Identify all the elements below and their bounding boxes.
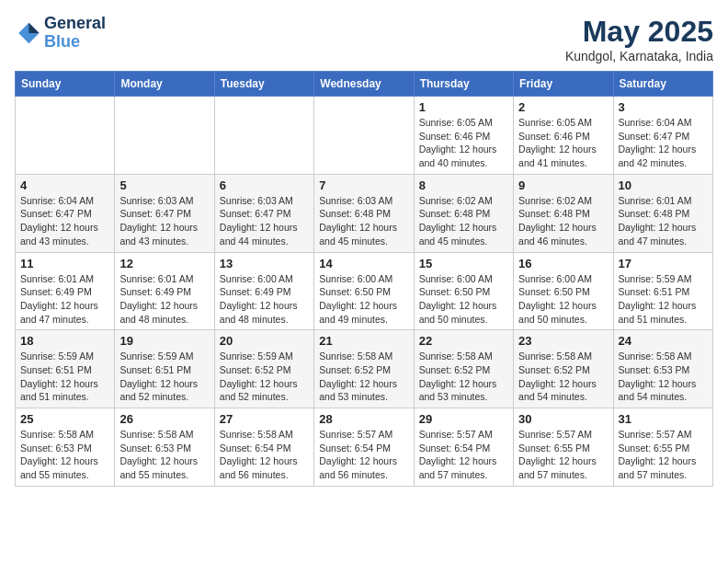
day-info: Sunrise: 5:58 AMSunset: 6:53 PMDaylight:… <box>20 428 109 482</box>
calendar-cell: 19Sunrise: 5:59 AMSunset: 6:51 PMDayligh… <box>115 330 214 408</box>
week-row-2: 4Sunrise: 6:04 AMSunset: 6:47 PMDaylight… <box>16 174 713 252</box>
day-info: Sunrise: 6:05 AMSunset: 6:46 PMDaylight:… <box>518 116 608 170</box>
month-year: May 2025 <box>565 15 713 49</box>
calendar-cell: 21Sunrise: 5:58 AMSunset: 6:52 PMDayligh… <box>314 330 414 408</box>
calendar-cell: 6Sunrise: 6:03 AMSunset: 6:47 PMDaylight… <box>214 174 313 252</box>
calendar-cell: 10Sunrise: 6:01 AMSunset: 6:48 PMDayligh… <box>613 174 712 252</box>
day-info: Sunrise: 6:00 AMSunset: 6:49 PMDaylight:… <box>220 272 309 327</box>
day-info: Sunrise: 6:01 AMSunset: 6:49 PMDaylight:… <box>20 272 109 327</box>
calendar-cell: 12Sunrise: 6:01 AMSunset: 6:49 PMDayligh… <box>115 252 214 330</box>
header-cell-saturday: Saturday <box>613 72 712 97</box>
day-info: Sunrise: 5:58 AMSunset: 6:52 PMDaylight:… <box>319 350 408 404</box>
day-info: Sunrise: 5:59 AMSunset: 6:51 PMDaylight:… <box>119 350 209 404</box>
day-info: Sunrise: 6:01 AMSunset: 6:49 PMDaylight:… <box>119 272 209 327</box>
calendar-cell <box>115 97 214 175</box>
title-area: May 2025 Kundgol, Karnataka, India <box>565 15 713 63</box>
header-row: SundayMondayTuesdayWednesdayThursdayFrid… <box>16 72 713 97</box>
calendar-cell <box>16 97 115 175</box>
day-info: Sunrise: 5:58 AMSunset: 6:54 PMDaylight:… <box>220 428 309 482</box>
day-info: Sunrise: 6:03 AMSunset: 6:48 PMDaylight:… <box>319 194 408 248</box>
day-info: Sunrise: 6:01 AMSunset: 6:48 PMDaylight:… <box>619 194 708 248</box>
day-info: Sunrise: 5:58 AMSunset: 6:53 PMDaylight:… <box>119 428 209 482</box>
day-number: 1 <box>419 100 508 114</box>
logo-icon <box>15 20 40 46</box>
day-info: Sunrise: 6:03 AMSunset: 6:47 PMDaylight:… <box>119 194 209 248</box>
day-number: 16 <box>518 257 608 270</box>
day-info: Sunrise: 5:57 AMSunset: 6:54 PMDaylight:… <box>319 428 408 482</box>
svg-marker-1 <box>28 23 39 33</box>
day-info: Sunrise: 6:04 AMSunset: 6:47 PMDaylight:… <box>20 194 109 248</box>
week-row-1: 1Sunrise: 6:05 AMSunset: 6:46 PMDaylight… <box>16 97 713 175</box>
calendar-cell: 5Sunrise: 6:03 AMSunset: 6:47 PMDaylight… <box>115 174 214 252</box>
calendar-cell: 8Sunrise: 6:02 AMSunset: 6:48 PMDaylight… <box>414 174 513 252</box>
calendar-cell: 24Sunrise: 5:58 AMSunset: 6:53 PMDayligh… <box>613 330 712 408</box>
page-header: General Blue May 2025 Kundgol, Karnataka… <box>15 15 713 63</box>
week-row-4: 18Sunrise: 5:59 AMSunset: 6:51 PMDayligh… <box>16 330 713 408</box>
day-info: Sunrise: 5:57 AMSunset: 6:55 PMDaylight:… <box>518 428 608 482</box>
day-info: Sunrise: 5:59 AMSunset: 6:51 PMDaylight:… <box>20 350 109 404</box>
day-number: 14 <box>319 257 408 270</box>
day-number: 28 <box>319 412 408 426</box>
calendar-cell: 26Sunrise: 5:58 AMSunset: 6:53 PMDayligh… <box>115 408 214 487</box>
day-number: 29 <box>419 412 508 426</box>
day-number: 24 <box>619 334 708 348</box>
calendar-cell: 16Sunrise: 6:00 AMSunset: 6:50 PMDayligh… <box>514 252 613 330</box>
calendar-table: SundayMondayTuesdayWednesdayThursdayFrid… <box>15 71 713 487</box>
calendar-cell: 3Sunrise: 6:04 AMSunset: 6:47 PMDaylight… <box>613 97 712 175</box>
header-cell-monday: Monday <box>115 72 214 97</box>
day-number: 25 <box>20 412 109 426</box>
day-info: Sunrise: 5:58 AMSunset: 6:52 PMDaylight:… <box>419 350 508 404</box>
day-number: 8 <box>419 178 508 192</box>
logo-text: General Blue <box>44 15 106 52</box>
header-cell-wednesday: Wednesday <box>314 72 414 97</box>
day-number: 2 <box>518 100 608 114</box>
calendar-cell: 14Sunrise: 6:00 AMSunset: 6:50 PMDayligh… <box>314 252 414 330</box>
day-info: Sunrise: 6:04 AMSunset: 6:47 PMDaylight:… <box>619 116 708 170</box>
calendar-cell: 11Sunrise: 6:01 AMSunset: 6:49 PMDayligh… <box>16 252 115 330</box>
day-info: Sunrise: 6:03 AMSunset: 6:47 PMDaylight:… <box>220 194 309 248</box>
day-number: 23 <box>518 334 608 348</box>
day-number: 12 <box>119 257 209 270</box>
calendar-cell: 7Sunrise: 6:03 AMSunset: 6:48 PMDaylight… <box>314 174 414 252</box>
day-info: Sunrise: 5:57 AMSunset: 6:55 PMDaylight:… <box>619 428 708 482</box>
day-number: 26 <box>119 412 209 426</box>
day-info: Sunrise: 6:02 AMSunset: 6:48 PMDaylight:… <box>518 194 608 248</box>
calendar-cell: 28Sunrise: 5:57 AMSunset: 6:54 PMDayligh… <box>314 408 414 487</box>
day-number: 10 <box>619 178 708 192</box>
day-info: Sunrise: 6:05 AMSunset: 6:46 PMDaylight:… <box>419 116 508 170</box>
calendar-cell: 17Sunrise: 5:59 AMSunset: 6:51 PMDayligh… <box>613 252 712 330</box>
header-cell-sunday: Sunday <box>16 72 115 97</box>
calendar-cell: 25Sunrise: 5:58 AMSunset: 6:53 PMDayligh… <box>16 408 115 487</box>
calendar-cell: 23Sunrise: 5:58 AMSunset: 6:52 PMDayligh… <box>514 330 613 408</box>
calendar-cell: 29Sunrise: 5:57 AMSunset: 6:54 PMDayligh… <box>414 408 513 487</box>
day-number: 30 <box>518 412 608 426</box>
location: Kundgol, Karnataka, India <box>565 49 713 63</box>
day-number: 22 <box>419 334 508 348</box>
day-number: 21 <box>319 334 408 348</box>
calendar-header: SundayMondayTuesdayWednesdayThursdayFrid… <box>16 72 713 97</box>
week-row-3: 11Sunrise: 6:01 AMSunset: 6:49 PMDayligh… <box>16 252 713 330</box>
week-row-5: 25Sunrise: 5:58 AMSunset: 6:53 PMDayligh… <box>16 408 713 487</box>
day-number: 4 <box>20 178 109 192</box>
day-number: 13 <box>220 257 309 270</box>
day-info: Sunrise: 5:58 AMSunset: 6:53 PMDaylight:… <box>619 350 708 404</box>
calendar-cell: 15Sunrise: 6:00 AMSunset: 6:50 PMDayligh… <box>414 252 513 330</box>
calendar-cell: 9Sunrise: 6:02 AMSunset: 6:48 PMDaylight… <box>514 174 613 252</box>
day-number: 7 <box>319 178 408 192</box>
calendar-cell: 1Sunrise: 6:05 AMSunset: 6:46 PMDaylight… <box>414 97 513 175</box>
day-number: 15 <box>419 257 508 270</box>
calendar-cell: 30Sunrise: 5:57 AMSunset: 6:55 PMDayligh… <box>514 408 613 487</box>
day-number: 27 <box>220 412 309 426</box>
calendar-body: 1Sunrise: 6:05 AMSunset: 6:46 PMDaylight… <box>16 97 713 487</box>
logo: General Blue <box>15 15 106 52</box>
header-cell-thursday: Thursday <box>414 72 513 97</box>
calendar-cell <box>214 97 313 175</box>
day-info: Sunrise: 6:00 AMSunset: 6:50 PMDaylight:… <box>419 272 508 327</box>
day-number: 6 <box>220 178 309 192</box>
day-info: Sunrise: 5:59 AMSunset: 6:51 PMDaylight:… <box>619 272 708 327</box>
calendar-cell: 31Sunrise: 5:57 AMSunset: 6:55 PMDayligh… <box>613 408 712 487</box>
calendar-cell: 2Sunrise: 6:05 AMSunset: 6:46 PMDaylight… <box>514 97 613 175</box>
calendar-cell <box>314 97 414 175</box>
day-number: 3 <box>619 100 708 114</box>
calendar-cell: 27Sunrise: 5:58 AMSunset: 6:54 PMDayligh… <box>214 408 313 487</box>
